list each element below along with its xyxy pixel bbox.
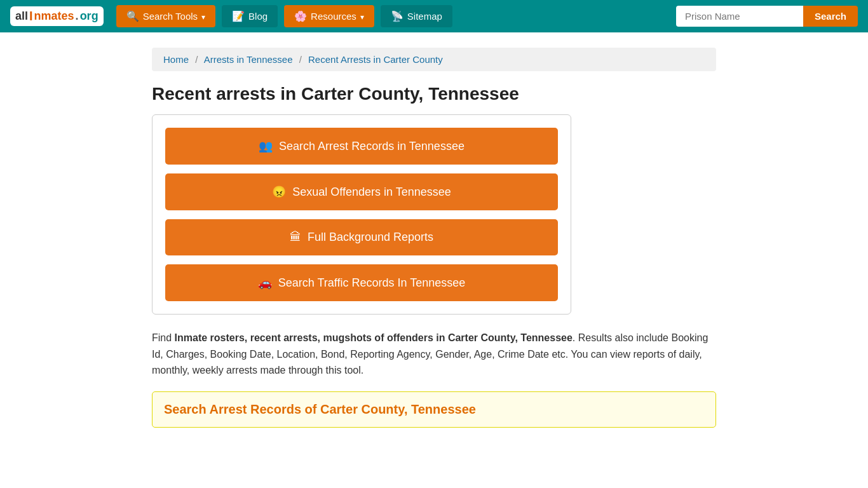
arrest-records-button[interactable]: Search Arrest Records in Tennessee bbox=[165, 128, 558, 165]
resources-icon bbox=[294, 10, 307, 22]
description-text: Find Inmate rosters, recent arrests, mug… bbox=[152, 330, 716, 379]
traffic-records-button[interactable]: Search Traffic Records In Tennessee bbox=[165, 264, 558, 301]
logo-org: org bbox=[80, 10, 98, 23]
breadcrumb-arrests-tn[interactable]: Arrests in Tennessee bbox=[204, 54, 293, 65]
sitemap-label: Sitemap bbox=[407, 11, 442, 22]
prison-search-button[interactable]: Search bbox=[803, 6, 858, 27]
search-tools-button[interactable]: Search Tools bbox=[116, 5, 215, 27]
blog-icon bbox=[232, 10, 245, 22]
main-content: Home / Arrests in Tennessee / Recent Arr… bbox=[142, 32, 726, 443]
prison-search-input[interactable] bbox=[676, 6, 803, 27]
action-buttons-card: Search Arrest Records in Tennessee Sexua… bbox=[152, 114, 571, 315]
breadcrumb: Home / Arrests in Tennessee / Recent Arr… bbox=[152, 48, 716, 71]
breadcrumb-carter-county[interactable]: Recent Arrests in Carter County bbox=[308, 54, 443, 65]
prison-search-bar: Search bbox=[676, 6, 858, 27]
offender-icon bbox=[272, 185, 286, 199]
description-bold: Inmate rosters, recent arrests, mugshots… bbox=[175, 332, 573, 343]
background-reports-button[interactable]: Full Background Reports bbox=[165, 219, 558, 255]
breadcrumb-sep-2: / bbox=[299, 54, 302, 65]
logo-all: all bbox=[15, 10, 28, 23]
report-icon bbox=[290, 231, 301, 244]
search-icon bbox=[126, 10, 139, 22]
blog-button[interactable]: Blog bbox=[222, 5, 278, 27]
chevron-down-icon bbox=[201, 11, 205, 22]
navbar: allInmates.org Search Tools Blog Resourc… bbox=[0, 0, 868, 32]
sexual-offenders-button[interactable]: Sexual Offenders in Tennessee bbox=[165, 173, 558, 210]
search-arrest-section: Search Arrest Records of Carter County, … bbox=[152, 391, 716, 428]
people-icon bbox=[259, 139, 273, 153]
chevron-resources-icon bbox=[360, 11, 364, 22]
logo[interactable]: allInmates.org bbox=[10, 6, 104, 26]
resources-label: Resources bbox=[311, 11, 356, 22]
sitemap-icon bbox=[391, 10, 403, 22]
breadcrumb-home[interactable]: Home bbox=[163, 54, 189, 65]
search-tools-label: Search Tools bbox=[143, 11, 198, 22]
logo-inmates: nmates bbox=[34, 10, 74, 23]
search-arrest-title: Search Arrest Records of Carter County, … bbox=[164, 402, 704, 417]
blog-label: Blog bbox=[248, 11, 268, 22]
sitemap-button[interactable]: Sitemap bbox=[381, 5, 452, 27]
page-title: Recent arrests in Carter County, Tenness… bbox=[152, 84, 716, 104]
breadcrumb-sep-1: / bbox=[195, 54, 198, 65]
car-icon bbox=[258, 276, 272, 290]
resources-button[interactable]: Resources bbox=[284, 5, 374, 27]
